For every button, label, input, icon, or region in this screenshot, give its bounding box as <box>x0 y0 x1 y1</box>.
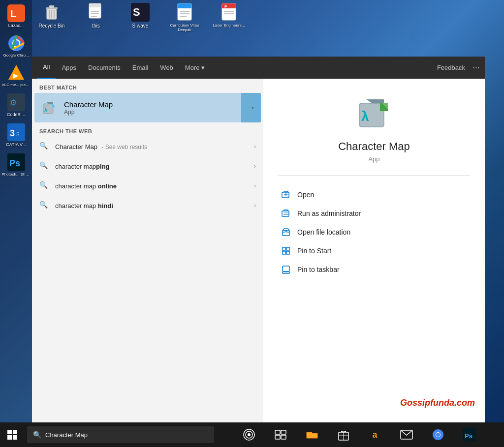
app-detail-icon: λ <box>354 93 394 133</box>
taskbar-fileexplorer-icon[interactable] <box>301 424 323 446</box>
svg-text:λ: λ <box>361 109 369 124</box>
best-match-title: Character Map <box>64 100 256 109</box>
start-button[interactable] <box>0 422 25 447</box>
tab-more[interactable]: More ▾ <box>179 57 211 79</box>
desktop-sidebar: L Lazac... Google Chro... <box>0 0 32 447</box>
search-icon-3: 🔍 <box>39 181 49 191</box>
taskbar-chrome-icon[interactable] <box>427 424 449 446</box>
this-label: this <box>92 23 100 29</box>
search-left-panel: Best match λ Character Map App <box>32 79 263 435</box>
photoshop-icon: Ps <box>7 153 25 171</box>
curriculum-label: Curriculam Vitae Deepak <box>167 23 202 32</box>
taskbar-search-icon: 🔍 <box>33 431 41 439</box>
tab-email[interactable]: Email <box>126 57 155 79</box>
tab-documents[interactable]: Documents <box>82 57 126 79</box>
desktop-icon-recycle-bin[interactable]: Recycle Bin <box>34 2 69 32</box>
best-match-app-icon: λ <box>39 98 59 118</box>
codeblocks-label: CodeBl... <box>7 112 25 117</box>
taskbar-search-text: Character Map <box>45 431 88 439</box>
open-location-icon <box>281 227 291 238</box>
svg-rect-56 <box>283 266 289 271</box>
vlc-icon: ▶ <box>7 64 25 82</box>
search-icon-4: 🔍 <box>39 201 49 210</box>
recycle-bin-icon <box>42 2 62 22</box>
web-result-chevron-3: › <box>254 182 256 189</box>
lazada-icon: L <box>7 4 25 22</box>
best-match-item[interactable]: λ Character Map App → <box>34 93 261 122</box>
best-match-arrow[interactable]: → <box>241 93 261 122</box>
taskbar-amazon-icon[interactable]: a <box>364 424 386 446</box>
taskbar-photoshop-icon[interactable]: Ps <box>459 424 480 446</box>
best-match-subtitle: App <box>64 109 256 116</box>
tab-web[interactable]: Web <box>154 57 179 79</box>
tab-all[interactable]: All <box>37 57 56 79</box>
feedback-button[interactable]: Feedback <box>437 64 465 71</box>
sidebar-icon-codeblocks[interactable]: ⚙ CodeBl... <box>1 91 31 119</box>
desktop-top-icons: Recycle Bin this S S wave <box>34 2 246 32</box>
photoshop-label: Photosh... Short... <box>2 172 31 177</box>
swave-label: S wave <box>132 23 149 29</box>
vlc-label: VLC me... playe... <box>2 83 31 87</box>
action-run-admin-label: Run as administrator <box>297 209 361 217</box>
sidebar-icon-vlc[interactable]: ▶ VLC me... playe... <box>1 62 31 89</box>
svg-rect-51 <box>283 231 289 236</box>
web-result-chevron-2: › <box>254 163 256 170</box>
svg-rect-7 <box>89 3 101 7</box>
svg-text:3: 3 <box>10 128 15 138</box>
svg-text:▶: ▶ <box>13 72 18 79</box>
web-result-1[interactable]: 🔍 Character Map - See web results › <box>32 137 263 156</box>
desktop-icon-laser[interactable]: P Laser Engineere... <box>212 2 246 32</box>
action-pin-taskbar-label: Pin to taskbar <box>297 266 340 273</box>
svg-rect-62 <box>7 435 12 440</box>
taskbar-store-icon[interactable] <box>333 424 354 446</box>
svg-rect-67 <box>275 430 280 434</box>
taskbar-search-box[interactable]: 🔍 Character Map <box>27 426 214 443</box>
app-detail-subtitle: App <box>278 155 470 163</box>
web-result-3[interactable]: 🔍 character map online › <box>32 176 263 196</box>
svg-rect-46 <box>282 192 289 198</box>
sidebar-icon-photoshop[interactable]: Ps Photosh... Short... <box>1 151 31 179</box>
tab-apps[interactable]: Apps <box>56 57 82 79</box>
web-result-text-3: character map online <box>55 182 254 190</box>
web-result-2[interactable]: 🔍 character mapping › <box>32 156 263 176</box>
taskbar-mail-icon[interactable] <box>396 424 417 446</box>
desktop-icon-curriculum[interactable]: Curriculam Vitae Deepak <box>167 2 202 32</box>
desktop-icon-this[interactable]: this <box>79 2 113 32</box>
search-icon-2: 🔍 <box>39 161 49 171</box>
action-run-admin[interactable]: Run as administrator <box>278 204 470 223</box>
desktop-icon-swave[interactable]: S S wave <box>123 2 158 32</box>
svg-rect-2 <box>49 5 54 8</box>
sidebar-icon-chrome[interactable]: Google Chro... <box>1 32 31 60</box>
svg-text:Ps: Ps <box>465 432 472 440</box>
svg-rect-52 <box>283 247 285 250</box>
action-open[interactable]: Open <box>278 185 470 204</box>
taskbar-taskview-icon[interactable] <box>270 424 291 446</box>
search-right-panel: λ Character Map App <box>263 79 485 435</box>
codeblocks-icon: ⚙ <box>7 93 25 111</box>
svg-text:λ: λ <box>44 107 47 113</box>
taskbar-cortana-icon[interactable] <box>238 424 260 446</box>
pin-start-icon <box>281 245 291 256</box>
open-icon <box>281 189 291 200</box>
search-tabs-bar: All Apps Documents Email Web More ▾ Feed… <box>32 57 485 79</box>
app-detail-title: Character Map <box>278 140 470 153</box>
curriculum-icon <box>175 2 194 22</box>
best-match-label: Best match <box>32 79 263 93</box>
sidebar-icon-catia[interactable]: 3 S CATIA V... <box>1 121 31 149</box>
sidebar-icon-lazada[interactable]: L Lazac... <box>1 2 31 30</box>
search-panel: All Apps Documents Email Web More ▾ Feed… <box>32 57 485 435</box>
web-result-4[interactable]: 🔍 character map hindi › <box>32 196 263 215</box>
action-open-location[interactable]: Open file location <box>278 223 470 241</box>
this-icon <box>86 2 106 22</box>
desktop: Recycle Bin this S S wave <box>0 0 504 447</box>
action-pin-taskbar[interactable]: Pin to taskbar <box>278 260 470 279</box>
web-result-prefix-1: Character Map <box>55 143 97 150</box>
catia-label: CATIA V... <box>6 142 26 147</box>
more-options-button[interactable]: ··· <box>472 62 480 73</box>
action-pin-start[interactable]: Pin to Start <box>278 241 470 260</box>
svg-rect-69 <box>275 435 280 439</box>
svg-text:S: S <box>133 6 140 18</box>
search-web-label: Search the web <box>32 122 263 137</box>
lazada-label: Lazac... <box>8 23 24 28</box>
watermark: Gossipfunda.com <box>400 398 475 408</box>
